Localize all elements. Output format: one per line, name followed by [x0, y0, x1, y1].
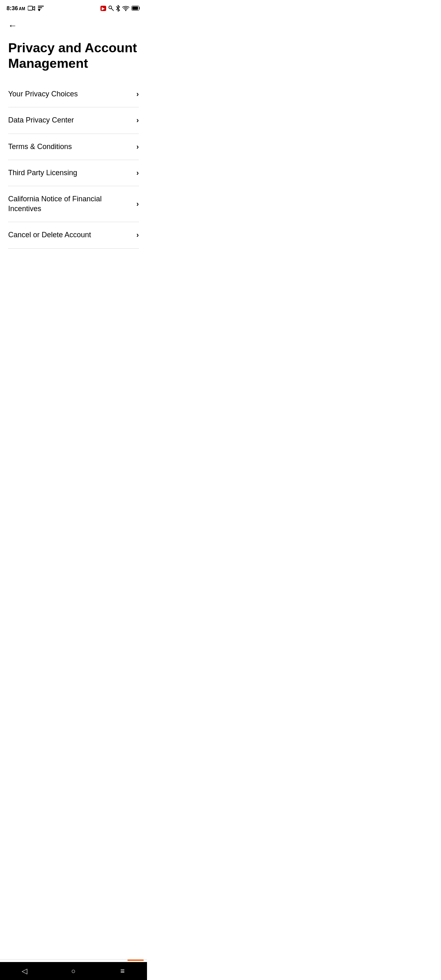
- menu-item-label: Third Party Licensing: [8, 168, 136, 178]
- cast-icon: [38, 5, 44, 11]
- menu-item-cancel-delete-account[interactable]: Cancel or Delete Account ›: [8, 222, 139, 248]
- svg-rect-5: [132, 7, 138, 10]
- chevron-right-icon: ›: [136, 116, 139, 125]
- menu-item-terms-conditions[interactable]: Terms & Conditions ›: [8, 134, 139, 160]
- svg-rect-0: [28, 6, 33, 10]
- recording-icon: ▶: [100, 6, 106, 11]
- page-title-section: Privacy and Account Management: [0, 33, 147, 81]
- back-button[interactable]: ←: [0, 15, 25, 33]
- svg-point-2: [109, 6, 112, 9]
- menu-item-label: Terms & Conditions: [8, 142, 136, 151]
- menu-item-california-notice[interactable]: California Notice of Financial Incentive…: [8, 186, 139, 222]
- menu-item-label: Your Privacy Choices: [8, 89, 136, 99]
- menu-item-label: California Notice of Financial Incentive…: [8, 194, 136, 214]
- wifi-icon: [122, 5, 129, 11]
- status-bar: 8:36AM ▶: [0, 0, 147, 15]
- menu-item-third-party-licensing[interactable]: Third Party Licensing ›: [8, 160, 139, 186]
- svg-point-3: [125, 10, 127, 11]
- chevron-right-icon: ›: [136, 169, 139, 177]
- menu-list: Your Privacy Choices › Data Privacy Cent…: [0, 81, 147, 249]
- menu-item-privacy-choices[interactable]: Your Privacy Choices ›: [8, 81, 139, 107]
- menu-item-data-privacy-center[interactable]: Data Privacy Center ›: [8, 107, 139, 134]
- chevron-right-icon: ›: [136, 231, 139, 239]
- svg-point-1: [38, 9, 40, 11]
- menu-item-label: Data Privacy Center: [8, 116, 136, 125]
- back-arrow-icon: ←: [8, 20, 17, 31]
- status-time: 8:36AM: [7, 5, 25, 11]
- chevron-right-icon: ›: [136, 90, 139, 98]
- bluetooth-icon: [116, 5, 120, 11]
- chevron-right-icon: ›: [136, 143, 139, 151]
- battery-icon: [131, 6, 140, 11]
- chevron-right-icon: ›: [136, 200, 139, 208]
- key-icon: [108, 5, 114, 11]
- video-call-icon: [28, 6, 35, 11]
- page-title: Privacy and Account Management: [8, 40, 139, 71]
- menu-item-label: Cancel or Delete Account: [8, 230, 136, 240]
